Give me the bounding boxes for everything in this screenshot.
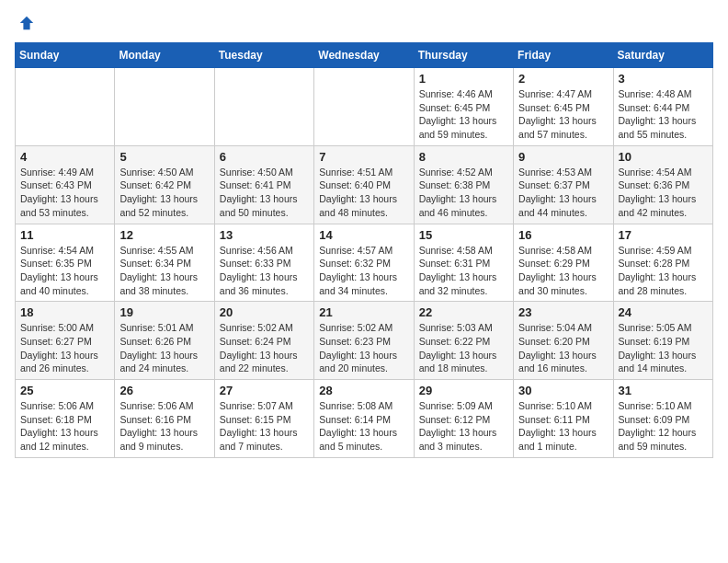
weekday-header-monday: Monday [115, 43, 214, 68]
day-number: 22 [419, 305, 508, 319]
week-row-3: 11Sunrise: 4:54 AM Sunset: 6:35 PM Dayli… [16, 224, 713, 302]
weekday-header-saturday: Saturday [613, 43, 712, 68]
day-number: 1 [419, 72, 508, 86]
calendar-cell: 9Sunrise: 4:53 AM Sunset: 6:37 PM Daylig… [514, 145, 613, 224]
week-row-2: 4Sunrise: 4:49 AM Sunset: 6:43 PM Daylig… [16, 145, 713, 224]
day-number: 29 [419, 384, 508, 397]
day-number: 31 [619, 384, 708, 397]
calendar-cell: 14Sunrise: 4:57 AM Sunset: 6:32 PM Dayli… [314, 224, 414, 302]
calendar-cell: 25Sunrise: 5:06 AM Sunset: 6:18 PM Dayli… [16, 380, 115, 458]
logo-icon [18, 15, 35, 31]
day-info: Sunrise: 5:10 AM Sunset: 6:11 PM Dayligh… [518, 399, 608, 454]
week-row-4: 18Sunrise: 5:00 AM Sunset: 6:27 PM Dayli… [16, 302, 713, 380]
day-number: 7 [319, 150, 408, 164]
calendar-cell [214, 68, 313, 146]
day-number: 18 [20, 305, 109, 319]
day-info: Sunrise: 4:57 AM Sunset: 6:32 PM Dayligh… [319, 244, 408, 298]
calendar-cell: 16Sunrise: 4:58 AM Sunset: 6:29 PM Dayli… [514, 224, 613, 302]
day-number: 6 [220, 150, 309, 164]
day-number: 2 [518, 72, 608, 86]
calendar-cell: 31Sunrise: 5:10 AM Sunset: 6:09 PM Dayli… [613, 380, 712, 458]
calendar-cell: 13Sunrise: 4:56 AM Sunset: 6:33 PM Dayli… [214, 224, 313, 302]
day-info: Sunrise: 5:03 AM Sunset: 6:22 PM Dayligh… [419, 321, 508, 375]
calendar-cell [314, 68, 414, 146]
day-info: Sunrise: 4:53 AM Sunset: 6:37 PM Dayligh… [518, 166, 608, 220]
day-number: 21 [319, 305, 408, 319]
day-info: Sunrise: 5:06 AM Sunset: 6:18 PM Dayligh… [20, 399, 109, 454]
day-number: 16 [518, 228, 608, 242]
page-header [15, 15, 713, 31]
day-number: 19 [119, 305, 209, 319]
day-number: 11 [20, 228, 109, 242]
day-number: 5 [119, 150, 209, 164]
day-info: Sunrise: 5:00 AM Sunset: 6:27 PM Dayligh… [20, 321, 109, 375]
day-info: Sunrise: 4:55 AM Sunset: 6:34 PM Dayligh… [119, 244, 209, 298]
logo [15, 15, 35, 31]
calendar-table: SundayMondayTuesdayWednesdayThursdayFrid… [15, 42, 713, 458]
weekday-header-sunday: Sunday [16, 43, 115, 68]
day-number: 15 [419, 228, 508, 242]
week-row-5: 25Sunrise: 5:06 AM Sunset: 6:18 PM Dayli… [16, 380, 713, 458]
day-number: 13 [220, 228, 309, 242]
day-number: 4 [20, 150, 109, 164]
calendar-cell: 12Sunrise: 4:55 AM Sunset: 6:34 PM Dayli… [115, 224, 214, 302]
day-info: Sunrise: 4:54 AM Sunset: 6:35 PM Dayligh… [20, 244, 109, 298]
weekday-header-tuesday: Tuesday [214, 43, 313, 68]
calendar-cell: 29Sunrise: 5:09 AM Sunset: 6:12 PM Dayli… [414, 380, 513, 458]
svg-marker-0 [20, 17, 33, 29]
day-number: 14 [319, 228, 408, 242]
calendar-cell: 15Sunrise: 4:58 AM Sunset: 6:31 PM Dayli… [414, 224, 513, 302]
day-number: 3 [619, 72, 708, 86]
calendar-cell [16, 68, 115, 146]
calendar-cell: 7Sunrise: 4:51 AM Sunset: 6:40 PM Daylig… [314, 145, 414, 224]
day-number: 12 [119, 228, 209, 242]
calendar-cell: 11Sunrise: 4:54 AM Sunset: 6:35 PM Dayli… [16, 224, 115, 302]
calendar-cell: 5Sunrise: 4:50 AM Sunset: 6:42 PM Daylig… [115, 145, 214, 224]
day-info: Sunrise: 4:54 AM Sunset: 6:36 PM Dayligh… [619, 166, 708, 220]
calendar-cell: 4Sunrise: 4:49 AM Sunset: 6:43 PM Daylig… [16, 145, 115, 224]
day-number: 25 [20, 384, 109, 397]
calendar-cell [115, 68, 214, 146]
day-info: Sunrise: 4:51 AM Sunset: 6:40 PM Dayligh… [319, 166, 408, 220]
day-info: Sunrise: 5:02 AM Sunset: 6:23 PM Dayligh… [319, 321, 408, 375]
calendar-cell: 6Sunrise: 4:50 AM Sunset: 6:41 PM Daylig… [214, 145, 313, 224]
day-info: Sunrise: 4:59 AM Sunset: 6:28 PM Dayligh… [619, 244, 708, 298]
day-info: Sunrise: 4:46 AM Sunset: 6:45 PM Dayligh… [419, 87, 508, 142]
day-number: 30 [518, 384, 608, 397]
calendar-cell: 10Sunrise: 4:54 AM Sunset: 6:36 PM Dayli… [613, 145, 712, 224]
day-number: 20 [220, 305, 309, 319]
calendar-cell: 28Sunrise: 5:08 AM Sunset: 6:14 PM Dayli… [314, 380, 414, 458]
day-info: Sunrise: 4:52 AM Sunset: 6:38 PM Dayligh… [419, 166, 508, 220]
day-info: Sunrise: 5:08 AM Sunset: 6:14 PM Dayligh… [319, 399, 408, 454]
day-info: Sunrise: 5:06 AM Sunset: 6:16 PM Dayligh… [119, 399, 209, 454]
day-info: Sunrise: 4:49 AM Sunset: 6:43 PM Dayligh… [20, 166, 109, 220]
calendar-cell: 22Sunrise: 5:03 AM Sunset: 6:22 PM Dayli… [414, 302, 513, 380]
day-info: Sunrise: 5:09 AM Sunset: 6:12 PM Dayligh… [419, 399, 508, 454]
day-info: Sunrise: 5:07 AM Sunset: 6:15 PM Dayligh… [220, 399, 309, 454]
calendar-cell: 19Sunrise: 5:01 AM Sunset: 6:26 PM Dayli… [115, 302, 214, 380]
calendar-cell: 26Sunrise: 5:06 AM Sunset: 6:16 PM Dayli… [115, 380, 214, 458]
calendar-cell: 24Sunrise: 5:05 AM Sunset: 6:19 PM Dayli… [613, 302, 712, 380]
day-number: 27 [220, 384, 309, 397]
day-info: Sunrise: 4:47 AM Sunset: 6:45 PM Dayligh… [518, 87, 608, 142]
weekday-header-wednesday: Wednesday [314, 43, 414, 68]
day-info: Sunrise: 4:58 AM Sunset: 6:31 PM Dayligh… [419, 244, 508, 298]
calendar-cell: 3Sunrise: 4:48 AM Sunset: 6:44 PM Daylig… [613, 68, 712, 146]
day-number: 24 [619, 305, 708, 319]
weekday-header-thursday: Thursday [414, 43, 513, 68]
day-number: 23 [518, 305, 608, 319]
day-info: Sunrise: 4:50 AM Sunset: 6:42 PM Dayligh… [119, 166, 209, 220]
day-info: Sunrise: 4:48 AM Sunset: 6:44 PM Dayligh… [619, 87, 708, 142]
day-info: Sunrise: 4:58 AM Sunset: 6:29 PM Dayligh… [518, 244, 608, 298]
calendar-cell: 8Sunrise: 4:52 AM Sunset: 6:38 PM Daylig… [414, 145, 513, 224]
day-number: 28 [319, 384, 408, 397]
day-info: Sunrise: 5:05 AM Sunset: 6:19 PM Dayligh… [619, 321, 708, 375]
calendar-cell: 23Sunrise: 5:04 AM Sunset: 6:20 PM Dayli… [514, 302, 613, 380]
day-number: 9 [518, 150, 608, 164]
calendar-cell: 18Sunrise: 5:00 AM Sunset: 6:27 PM Dayli… [16, 302, 115, 380]
calendar-cell: 30Sunrise: 5:10 AM Sunset: 6:11 PM Dayli… [514, 380, 613, 458]
day-number: 8 [419, 150, 508, 164]
calendar-cell: 2Sunrise: 4:47 AM Sunset: 6:45 PM Daylig… [514, 68, 613, 146]
calendar-cell: 27Sunrise: 5:07 AM Sunset: 6:15 PM Dayli… [214, 380, 313, 458]
calendar-header: SundayMondayTuesdayWednesdayThursdayFrid… [16, 43, 713, 68]
